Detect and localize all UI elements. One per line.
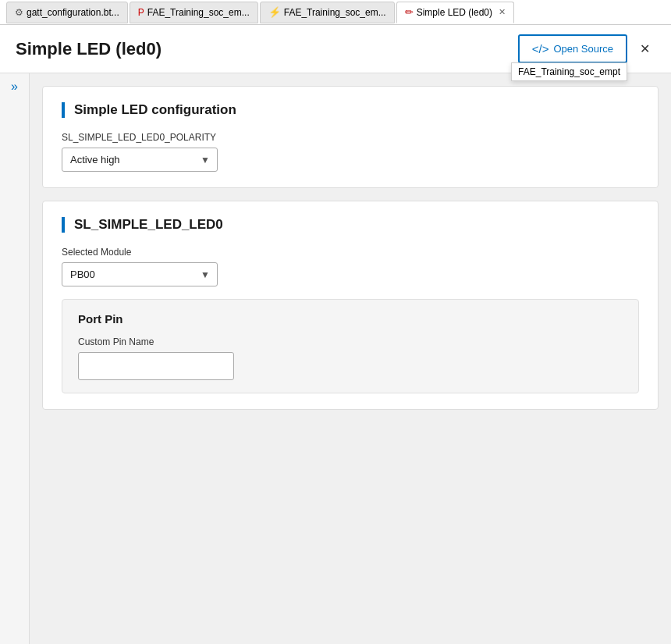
pencil-icon: P (138, 7, 144, 18)
tab-label: FAE_Training_soc_em... (147, 7, 250, 18)
module-select-wrapper: PB00 PB01 PA00 PA01 ▼ (62, 262, 218, 286)
tab-bar: ⚙ gatt_configuration.bt... P FAE_Trainin… (0, 0, 671, 25)
port-pin-title: Port Pin (78, 312, 623, 326)
open-source-button[interactable]: </> Open Source (518, 34, 627, 63)
tab-fae-training-1[interactable]: P FAE_Training_soc_em... (130, 2, 258, 23)
tab-close-icon[interactable]: ✕ (499, 7, 506, 17)
page-header: Simple LED (led0) </> Open Source FAE_Tr… (0, 25, 671, 73)
close-button[interactable]: ✕ (634, 38, 655, 60)
tab-gatt-configuration[interactable]: ⚙ gatt_configuration.bt... (6, 2, 128, 23)
open-source-label: Open Source (553, 43, 613, 55)
main-layout: » Simple LED configuration SL_SIMPLE_LED… (0, 73, 671, 644)
code-icon: </> (532, 42, 549, 55)
lightning-icon: ⚡ (268, 6, 281, 18)
page-title: Simple LED (led0) (16, 39, 162, 59)
card-simple-led-config: Simple LED configuration SL_SIMPLE_LED_L… (42, 86, 659, 188)
custom-pin-input[interactable] (78, 352, 234, 380)
header-actions: </> Open Source FAE_Training_soc_empt ✕ (518, 34, 655, 63)
sidebar: » (0, 73, 30, 644)
content-area: Simple LED configuration SL_SIMPLE_LED_L… (30, 73, 671, 644)
tab-label: Simple LED (led0) (417, 7, 492, 18)
card2-field-label: Selected Module (62, 247, 639, 258)
polarity-select-wrapper: Active high Active low ▼ (62, 148, 218, 172)
module-select[interactable]: PB00 PB01 PA00 PA01 (62, 262, 218, 286)
custom-pin-label: Custom Pin Name (78, 336, 623, 347)
tab-label: FAE_Training_soc_em... (284, 7, 386, 18)
open-source-container: </> Open Source FAE_Training_soc_empt (518, 34, 627, 63)
card-sl-simple-led: SL_SIMPLE_LED_LED0 Selected Module PB00 … (42, 201, 659, 410)
tab-simple-led[interactable]: ✏ Simple LED (led0) ✕ (396, 2, 514, 23)
card1-field-label: SL_SIMPLE_LED_LED0_POLARITY (62, 132, 639, 143)
close-icon: ✕ (640, 41, 650, 56)
port-pin-section: Port Pin Custom Pin Name (62, 299, 639, 393)
card1-title: Simple LED configuration (62, 102, 639, 118)
sidebar-expand-button[interactable]: » (11, 80, 18, 94)
led-icon: ✏ (405, 6, 414, 18)
tooltip: FAE_Training_soc_empt (511, 62, 627, 81)
gear-icon: ⚙ (15, 7, 23, 18)
tab-fae-training-2[interactable]: ⚡ FAE_Training_soc_em... (260, 2, 395, 23)
tab-label: gatt_configuration.bt... (27, 7, 119, 18)
card2-title: SL_SIMPLE_LED_LED0 (62, 217, 639, 233)
polarity-select[interactable]: Active high Active low (62, 148, 218, 172)
